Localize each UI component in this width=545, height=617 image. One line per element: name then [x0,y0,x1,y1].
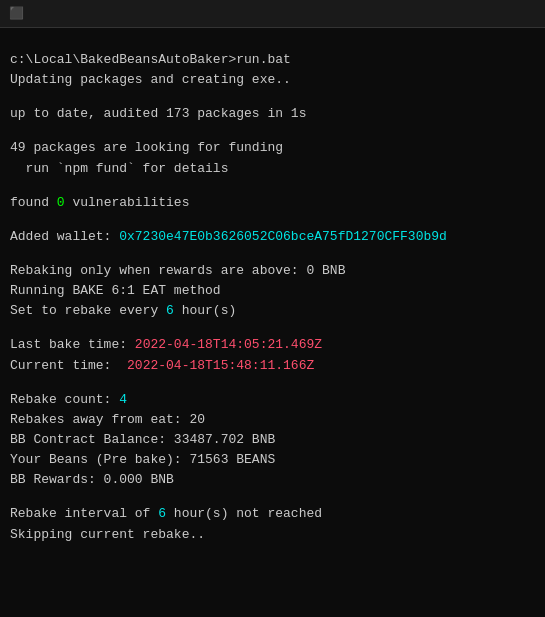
console-text-part: hour(s) [174,303,236,318]
console-line: Updating packages and creating exe.. [10,70,535,90]
console-line: Skipping current rebake.. [10,525,535,545]
console-line: BB Rewards: 0.000 BNB [10,470,535,490]
title-bar: ⬛ [0,0,545,28]
console-text-part: 0x7230e47E0b3626052C06bceA75fD1270CFF30b… [119,229,447,244]
blank-line [10,36,535,50]
console-text-part: 6 [158,506,166,521]
console-line-mixed: Set to rebake every 6 hour(s) [10,301,535,321]
console-text-part: 20 [189,412,205,427]
console-text-part: hour(s) not reached [166,506,322,521]
blank-line [10,124,535,138]
console-line-mixed: Added wallet: 0x7230e47E0b3626052C06bceA… [10,227,535,247]
console-line: 49 packages are looking for funding [10,138,535,158]
console-line-mixed: Rebakes away from eat: 20 [10,410,535,430]
console-line: BB Contract Balance: 33487.702 BNB [10,430,535,450]
console-line: run `npm fund` for details [10,159,535,179]
blank-line [10,90,535,104]
console-text-part: Rebakes away from eat: [10,412,189,427]
blank-line [10,321,535,335]
console-text-part: vulnerabilities [65,195,190,210]
console-line: Rebaking only when rewards are above: 0 … [10,261,535,281]
console-line-mixed: found 0 vulnerabilities [10,193,535,213]
blank-line [10,213,535,227]
console-body: c:\Local\BakedBeansAutoBaker>run.batUpda… [0,28,545,553]
console-line-mixed: Current time: 2022-04-18T15:48:11.166Z [10,356,535,376]
console-text-part: Added wallet: [10,229,119,244]
console-text-part: 2022-04-18T15:48:11.166Z [127,358,314,373]
console-text-part: Last bake time: [10,337,135,352]
title-bar-icon: ⬛ [8,6,24,22]
console-line: Your Beans (Pre bake): 71563 BEANS [10,450,535,470]
console-line: Running BAKE 6:1 EAT method [10,281,535,301]
console-text-part: 4 [119,392,127,407]
console-text-part: Rebake count: [10,392,119,407]
console-line: up to date, audited 173 packages in 1s [10,104,535,124]
console-line-mixed: Last bake time: 2022-04-18T14:05:21.469Z [10,335,535,355]
blank-line [10,179,535,193]
blank-line [10,490,535,504]
console-text-part: Set to rebake every [10,303,166,318]
blank-line [10,247,535,261]
console-text-part: 6 [166,303,174,318]
console-line-mixed: Rebake interval of 6 hour(s) not reached [10,504,535,524]
console-text-part: 0 [57,195,65,210]
console-text-part: Current time: [10,358,127,373]
console-line: c:\Local\BakedBeansAutoBaker>run.bat [10,50,535,70]
console-text-part: 2022-04-18T14:05:21.469Z [135,337,322,352]
console-text-part: found [10,195,57,210]
blank-line [10,376,535,390]
console-text-part: Rebake interval of [10,506,158,521]
console-line-mixed: Rebake count: 4 [10,390,535,410]
